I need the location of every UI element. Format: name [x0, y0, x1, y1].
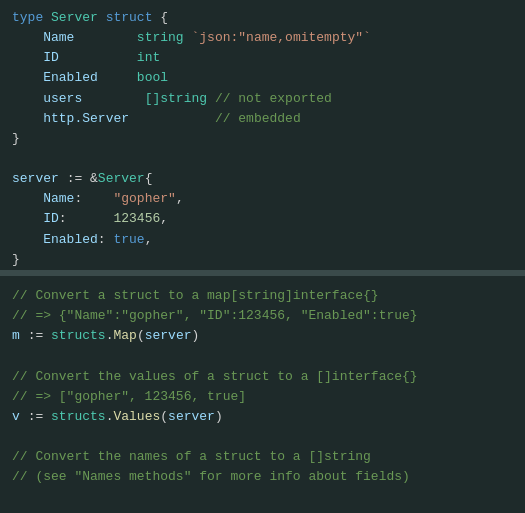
code-line: http.Server // embedded	[12, 109, 513, 129]
code-line: // => {"Name":"gopher", "ID":123456, "En…	[12, 306, 513, 326]
code-line: type Server struct {	[12, 8, 513, 28]
code-line: m := structs.Map(server)	[12, 326, 513, 346]
code-line	[12, 427, 513, 447]
code-line: ID: 123456,	[12, 209, 513, 229]
code-line: }	[12, 250, 513, 270]
bottom-code-block: // Convert a struct to a map[string]inte…	[0, 276, 525, 513]
code-line: // Convert the values of a struct to a […	[12, 367, 513, 387]
code-line: Enabled bool	[12, 68, 513, 88]
top-code-block: type Server struct { Name string `json:"…	[0, 0, 525, 270]
code-line: Enabled: true,	[12, 230, 513, 250]
code-line: users []string // not exported	[12, 89, 513, 109]
code-line: v := structs.Values(server)	[12, 407, 513, 427]
code-line	[12, 346, 513, 366]
code-line: ID int	[12, 48, 513, 68]
code-line: // => ["gopher", 123456, true]	[12, 387, 513, 407]
code-line: // (see "Names methods" for more info ab…	[12, 467, 513, 487]
code-line: server := &Server{	[12, 169, 513, 189]
code-line	[12, 149, 513, 169]
code-line: Name string `json:"name,omitempty"`	[12, 28, 513, 48]
code-line: // Convert the names of a struct to a []…	[12, 447, 513, 467]
code-line: }	[12, 129, 513, 149]
code-line: // Convert a struct to a map[string]inte…	[12, 286, 513, 306]
code-line: Name: "gopher",	[12, 189, 513, 209]
